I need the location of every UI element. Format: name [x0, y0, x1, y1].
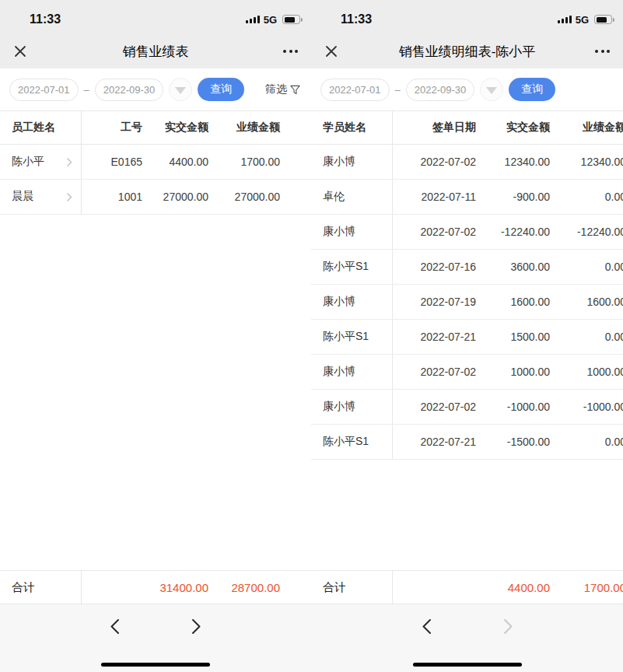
status-time: 11:33	[341, 12, 372, 26]
query-button[interactable]: 查询	[198, 78, 244, 101]
chevron-down-icon	[175, 87, 186, 94]
table-row: 康小博 2022-07-02 12340.00 12340.00	[311, 145, 623, 180]
student-name: 陈小平S1	[311, 250, 393, 284]
page-title: 销售业绩表	[123, 43, 189, 61]
student-name: 卓伦	[311, 180, 393, 214]
more-menu-icon[interactable]	[283, 45, 298, 58]
column-header: 实交金额	[142, 121, 208, 135]
student-name: 康小博	[311, 215, 393, 249]
column-header: 员工姓名	[0, 111, 82, 144]
performance-amount-cell: -12240.00	[550, 226, 623, 238]
network-type-label: 5G	[576, 14, 589, 26]
total-actual-amount: 31400.00	[142, 581, 208, 594]
table-header-row: 员工姓名 工号 实交金额 业绩金额	[0, 110, 311, 145]
column-header: 学员姓名	[311, 111, 393, 144]
top-bar: 11:33 5G 销售业绩表	[0, 0, 311, 68]
actual-amount-cell: 3600.00	[476, 261, 550, 273]
close-icon[interactable]	[13, 44, 27, 58]
table-row: 陈小平S1 2022-07-21 1500.00 0.00	[311, 320, 623, 355]
status-bar: 11:33 5G	[311, 0, 623, 34]
table-row: 康小博 2022-07-02 -1000.00 -1000.00	[311, 390, 623, 425]
student-name: 陈小平S1	[311, 320, 393, 354]
date-range-separator: –	[395, 84, 401, 96]
column-header: 业绩金额	[208, 121, 280, 135]
status-bar: 11:33 5G	[0, 0, 311, 34]
performance-amount-cell: 1600.00	[550, 296, 623, 308]
start-date-field[interactable]: 2022-07-01	[9, 79, 79, 101]
chevron-right-icon	[66, 157, 72, 167]
date-preset-dropdown[interactable]	[169, 78, 192, 101]
detail-table: 学员姓名 签单日期 实交金额 业绩金额 康小博 2022-07-02 12340…	[311, 110, 623, 460]
more-menu-icon[interactable]	[595, 45, 610, 58]
date-range-separator: –	[84, 84, 89, 96]
performance-amount-cell: 1700.00	[208, 156, 280, 168]
sign-date-cell: 2022-07-21	[393, 331, 476, 343]
student-name: 康小博	[311, 145, 393, 179]
prev-page-button[interactable]	[420, 617, 433, 636]
total-row: 合计 31400.00 28700.00	[0, 570, 311, 604]
nav-bar: 销售业绩表	[0, 34, 311, 68]
pagination-bar	[0, 604, 311, 672]
funnel-icon	[289, 84, 301, 96]
status-icons: 5G	[246, 14, 300, 26]
page-title: 销售业绩明细表-陈小平	[399, 43, 536, 61]
student-name: 康小博	[311, 390, 393, 424]
actual-amount-cell: 12340.00	[476, 156, 550, 168]
nav-bar: 销售业绩明细表-陈小平	[311, 34, 623, 68]
next-page-button[interactable]	[502, 617, 515, 636]
column-header: 工号	[82, 121, 142, 135]
sign-date-cell: 2022-07-02	[393, 401, 476, 413]
performance-amount-cell: 0.00	[550, 331, 623, 343]
sign-date-cell: 2022-07-16	[393, 261, 476, 273]
chevron-right-icon	[191, 618, 201, 635]
query-button[interactable]: 查询	[509, 78, 555, 101]
top-bar: 11:33 5G 销售业绩明细表-陈小平	[311, 0, 623, 68]
sign-date-cell: 2022-07-02	[393, 156, 476, 168]
sign-date-cell: 2022-07-11	[393, 191, 476, 203]
next-page-button[interactable]	[190, 617, 203, 636]
table-row: 陈小平S1 2022-07-16 3600.00 0.00	[311, 250, 623, 285]
prev-page-button[interactable]	[108, 617, 121, 636]
filter-button[interactable]: 筛选	[265, 82, 302, 96]
sign-date-cell: 2022-07-19	[393, 296, 476, 308]
column-header: 业绩金额	[550, 121, 623, 135]
performance-amount-cell: -1000.00	[550, 401, 623, 413]
table-row[interactable]: 晨晨 1001 27000.00 27000.00	[0, 180, 311, 215]
table-row: 陈小平S1 2022-07-21 -1500.00 0.00	[311, 425, 623, 460]
start-date-field[interactable]: 2022-07-01	[320, 79, 390, 101]
student-name: 康小博	[311, 285, 393, 319]
column-header: 签单日期	[393, 121, 476, 135]
table-row: 康小博 2022-07-02 -12240.00 -12240.00	[311, 215, 623, 250]
close-icon[interactable]	[324, 44, 338, 58]
home-indicator	[101, 663, 210, 667]
employee-id-cell: E0165	[82, 156, 142, 168]
performance-amount-cell: 0.00	[550, 436, 623, 448]
battery-icon	[594, 15, 612, 24]
actual-amount-cell: -12240.00	[476, 226, 550, 238]
table-row: 卓伦 2022-07-11 -900.00 0.00	[311, 180, 623, 215]
performance-amount-cell: 1000.00	[550, 366, 623, 378]
table-header-row: 学员姓名 签单日期 实交金额 业绩金额	[311, 110, 623, 145]
date-preset-dropdown[interactable]	[480, 78, 503, 101]
total-actual-amount: 4400.00	[476, 581, 550, 594]
column-header: 实交金额	[476, 121, 550, 135]
status-icons: 5G	[558, 14, 612, 26]
status-time: 11:33	[30, 12, 61, 26]
table-row[interactable]: 陈小平 E0165 4400.00 1700.00	[0, 145, 311, 180]
signal-icon	[246, 16, 260, 23]
total-performance-amount: 1700.00	[550, 581, 623, 594]
actual-amount-cell: 4400.00	[142, 156, 208, 168]
chevron-left-icon	[110, 618, 120, 635]
table-row: 康小博 2022-07-19 1600.00 1600.00	[311, 285, 623, 320]
filter-label: 筛选	[265, 82, 287, 96]
employee-name: 晨晨	[12, 190, 33, 204]
battery-icon	[282, 15, 300, 24]
performance-amount-cell: 12340.00	[550, 156, 623, 168]
end-date-field[interactable]: 2022-09-30	[95, 79, 164, 101]
total-row: 合计 4400.00 1700.00	[311, 570, 623, 604]
end-date-field[interactable]: 2022-09-30	[406, 79, 475, 101]
student-name: 陈小平S1	[311, 425, 393, 459]
filter-bar: 2022-07-01 – 2022-09-30 查询 筛选	[0, 68, 311, 110]
sign-date-cell: 2022-07-02	[393, 226, 476, 238]
actual-amount-cell: 27000.00	[142, 191, 208, 203]
